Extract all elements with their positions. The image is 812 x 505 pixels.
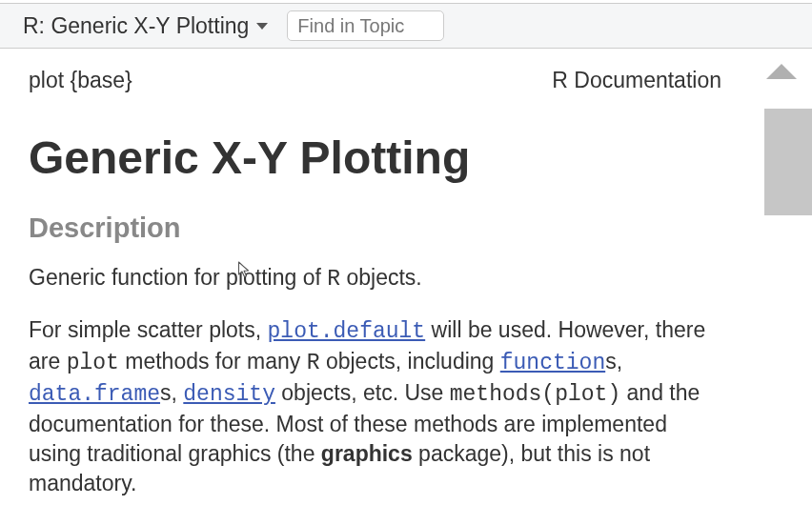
code-inline: methods(plot) bbox=[450, 382, 620, 407]
text: For simple scatter plots, bbox=[29, 317, 268, 342]
help-page: plot {base} R Documentation Generic X-Y … bbox=[0, 49, 750, 505]
scroll-up-icon[interactable] bbox=[766, 64, 797, 79]
code-inline: R bbox=[327, 267, 340, 292]
text: objects, including bbox=[320, 349, 500, 374]
doc-type: R Documentation bbox=[552, 68, 721, 93]
link-density[interactable]: density bbox=[183, 382, 275, 407]
link-function[interactable]: function bbox=[500, 351, 605, 375]
page-title: Generic X-Y Plotting bbox=[29, 131, 721, 184]
text: methods for many bbox=[119, 349, 307, 374]
description-para-2: For simple scatter plots, plot.default w… bbox=[29, 315, 721, 498]
doc-header: plot {base} R Documentation bbox=[29, 68, 721, 93]
help-toolbar: R: Generic X-Y Plotting bbox=[0, 4, 812, 49]
link-plot-default[interactable]: plot.default bbox=[268, 319, 426, 344]
content-area: plot {base} R Documentation Generic X-Y … bbox=[0, 49, 812, 505]
caret-down-icon bbox=[256, 23, 268, 30]
link-data-frame[interactable]: data.frame bbox=[29, 382, 160, 407]
scrollbar-thumb[interactable] bbox=[764, 109, 812, 215]
topic-package: plot {base} bbox=[29, 68, 132, 93]
text: Generic function for plotting of bbox=[29, 265, 327, 290]
description-para-1: Generic function for plotting of R objec… bbox=[29, 263, 721, 294]
topic-title: R: Generic X-Y Plotting bbox=[23, 13, 249, 39]
code-inline: plot bbox=[67, 351, 119, 375]
vertical-scrollbar[interactable] bbox=[750, 49, 812, 505]
text: objects. bbox=[340, 265, 422, 290]
topic-dropdown[interactable]: R: Generic X-Y Plotting bbox=[23, 13, 268, 39]
text: s, bbox=[160, 380, 183, 405]
text: objects, etc. Use bbox=[275, 380, 450, 405]
section-heading-description: Description bbox=[29, 212, 721, 244]
text: s, bbox=[605, 349, 622, 374]
find-in-topic-input[interactable] bbox=[287, 10, 444, 41]
code-inline: R bbox=[307, 351, 320, 375]
bold: graphics bbox=[321, 441, 413, 466]
